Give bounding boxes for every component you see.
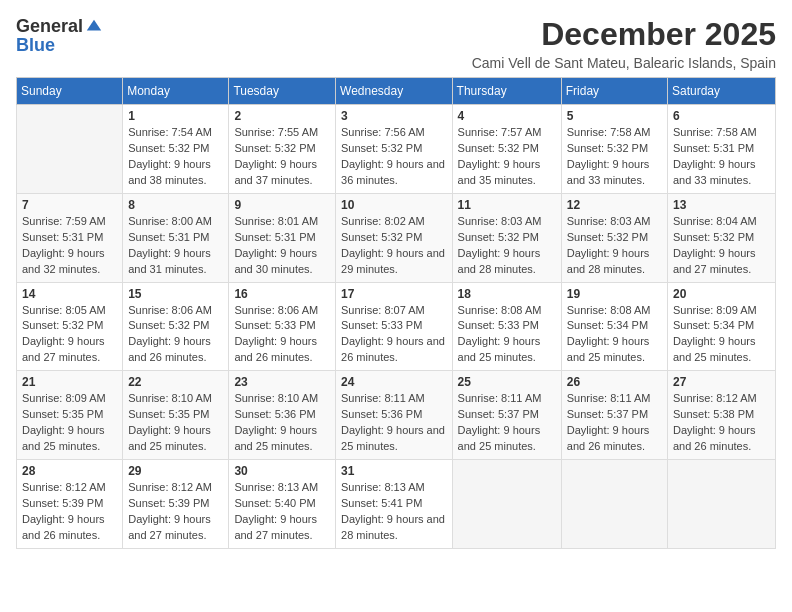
sunrise-text: Sunrise: 8:04 AM	[673, 215, 757, 227]
daylight-text: Daylight: 9 hours and 27 minutes.	[128, 513, 211, 541]
sunset-text: Sunset: 5:31 PM	[22, 231, 103, 243]
calendar-cell: 12Sunrise: 8:03 AMSunset: 5:32 PMDayligh…	[561, 193, 667, 282]
sunrise-text: Sunrise: 8:13 AM	[341, 481, 425, 493]
day-info: Sunrise: 8:02 AMSunset: 5:32 PMDaylight:…	[341, 214, 447, 278]
day-number: 1	[128, 109, 223, 123]
day-info: Sunrise: 8:01 AMSunset: 5:31 PMDaylight:…	[234, 214, 330, 278]
sunrise-text: Sunrise: 8:08 AM	[458, 304, 542, 316]
daylight-text: Daylight: 9 hours and 25 minutes.	[567, 335, 650, 363]
sunset-text: Sunset: 5:40 PM	[234, 497, 315, 509]
day-info: Sunrise: 8:06 AMSunset: 5:32 PMDaylight:…	[128, 303, 223, 367]
day-info: Sunrise: 7:54 AMSunset: 5:32 PMDaylight:…	[128, 125, 223, 189]
calendar-cell: 10Sunrise: 8:02 AMSunset: 5:32 PMDayligh…	[336, 193, 453, 282]
day-number: 8	[128, 198, 223, 212]
calendar-cell	[452, 460, 561, 549]
logo-general: General	[16, 16, 83, 37]
weekday-header: Tuesday	[229, 78, 336, 105]
daylight-text: Daylight: 9 hours and 26 minutes.	[341, 335, 445, 363]
calendar-cell: 25Sunrise: 8:11 AMSunset: 5:37 PMDayligh…	[452, 371, 561, 460]
daylight-text: Daylight: 9 hours and 28 minutes.	[567, 247, 650, 275]
sunset-text: Sunset: 5:39 PM	[22, 497, 103, 509]
day-info: Sunrise: 7:55 AMSunset: 5:32 PMDaylight:…	[234, 125, 330, 189]
sunset-text: Sunset: 5:39 PM	[128, 497, 209, 509]
weekday-header: Friday	[561, 78, 667, 105]
day-info: Sunrise: 8:07 AMSunset: 5:33 PMDaylight:…	[341, 303, 447, 367]
sunset-text: Sunset: 5:32 PM	[458, 142, 539, 154]
sunrise-text: Sunrise: 8:12 AM	[673, 392, 757, 404]
sunset-text: Sunset: 5:35 PM	[128, 408, 209, 420]
daylight-text: Daylight: 9 hours and 26 minutes.	[128, 335, 211, 363]
calendar-cell: 7Sunrise: 7:59 AMSunset: 5:31 PMDaylight…	[17, 193, 123, 282]
day-number: 17	[341, 287, 447, 301]
sunset-text: Sunset: 5:36 PM	[234, 408, 315, 420]
daylight-text: Daylight: 9 hours and 28 minutes.	[458, 247, 541, 275]
sunrise-text: Sunrise: 8:03 AM	[567, 215, 651, 227]
day-info: Sunrise: 7:57 AMSunset: 5:32 PMDaylight:…	[458, 125, 556, 189]
daylight-text: Daylight: 9 hours and 26 minutes.	[234, 335, 317, 363]
sunrise-text: Sunrise: 8:02 AM	[341, 215, 425, 227]
daylight-text: Daylight: 9 hours and 25 minutes.	[458, 335, 541, 363]
calendar-cell: 11Sunrise: 8:03 AMSunset: 5:32 PMDayligh…	[452, 193, 561, 282]
day-info: Sunrise: 8:08 AMSunset: 5:33 PMDaylight:…	[458, 303, 556, 367]
day-number: 27	[673, 375, 770, 389]
day-info: Sunrise: 8:06 AMSunset: 5:33 PMDaylight:…	[234, 303, 330, 367]
sunset-text: Sunset: 5:34 PM	[673, 319, 754, 331]
sunrise-text: Sunrise: 8:11 AM	[458, 392, 542, 404]
day-number: 31	[341, 464, 447, 478]
day-info: Sunrise: 8:12 AMSunset: 5:39 PMDaylight:…	[128, 480, 223, 544]
calendar-cell: 4Sunrise: 7:57 AMSunset: 5:32 PMDaylight…	[452, 105, 561, 194]
daylight-text: Daylight: 9 hours and 25 minutes.	[234, 424, 317, 452]
sunrise-text: Sunrise: 8:10 AM	[234, 392, 318, 404]
daylight-text: Daylight: 9 hours and 25 minutes.	[128, 424, 211, 452]
day-number: 9	[234, 198, 330, 212]
daylight-text: Daylight: 9 hours and 37 minutes.	[234, 158, 317, 186]
day-number: 7	[22, 198, 117, 212]
day-number: 23	[234, 375, 330, 389]
calendar-cell: 26Sunrise: 8:11 AMSunset: 5:37 PMDayligh…	[561, 371, 667, 460]
day-info: Sunrise: 7:56 AMSunset: 5:32 PMDaylight:…	[341, 125, 447, 189]
calendar-cell	[667, 460, 775, 549]
daylight-text: Daylight: 9 hours and 29 minutes.	[341, 247, 445, 275]
day-number: 18	[458, 287, 556, 301]
calendar-cell	[561, 460, 667, 549]
day-number: 5	[567, 109, 662, 123]
calendar-cell: 29Sunrise: 8:12 AMSunset: 5:39 PMDayligh…	[123, 460, 229, 549]
sunrise-text: Sunrise: 8:09 AM	[22, 392, 106, 404]
calendar-cell: 18Sunrise: 8:08 AMSunset: 5:33 PMDayligh…	[452, 282, 561, 371]
calendar-cell: 17Sunrise: 8:07 AMSunset: 5:33 PMDayligh…	[336, 282, 453, 371]
daylight-text: Daylight: 9 hours and 27 minutes.	[22, 335, 105, 363]
day-info: Sunrise: 8:09 AMSunset: 5:35 PMDaylight:…	[22, 391, 117, 455]
day-info: Sunrise: 8:13 AMSunset: 5:40 PMDaylight:…	[234, 480, 330, 544]
svg-marker-0	[87, 19, 101, 30]
day-number: 11	[458, 198, 556, 212]
sunset-text: Sunset: 5:37 PM	[458, 408, 539, 420]
day-number: 15	[128, 287, 223, 301]
day-info: Sunrise: 8:10 AMSunset: 5:35 PMDaylight:…	[128, 391, 223, 455]
title-area: December 2025 Cami Vell de Sant Mateu, B…	[472, 16, 776, 71]
day-number: 28	[22, 464, 117, 478]
sunset-text: Sunset: 5:33 PM	[341, 319, 422, 331]
calendar-cell: 24Sunrise: 8:11 AMSunset: 5:36 PMDayligh…	[336, 371, 453, 460]
day-number: 29	[128, 464, 223, 478]
sunrise-text: Sunrise: 8:13 AM	[234, 481, 318, 493]
daylight-text: Daylight: 9 hours and 25 minutes.	[22, 424, 105, 452]
day-info: Sunrise: 8:03 AMSunset: 5:32 PMDaylight:…	[458, 214, 556, 278]
day-info: Sunrise: 8:11 AMSunset: 5:37 PMDaylight:…	[458, 391, 556, 455]
sunrise-text: Sunrise: 8:11 AM	[567, 392, 651, 404]
daylight-text: Daylight: 9 hours and 30 minutes.	[234, 247, 317, 275]
sunset-text: Sunset: 5:32 PM	[234, 142, 315, 154]
day-info: Sunrise: 8:09 AMSunset: 5:34 PMDaylight:…	[673, 303, 770, 367]
calendar-cell: 3Sunrise: 7:56 AMSunset: 5:32 PMDaylight…	[336, 105, 453, 194]
day-info: Sunrise: 8:10 AMSunset: 5:36 PMDaylight:…	[234, 391, 330, 455]
calendar-week-row: 1Sunrise: 7:54 AMSunset: 5:32 PMDaylight…	[17, 105, 776, 194]
calendar-cell: 16Sunrise: 8:06 AMSunset: 5:33 PMDayligh…	[229, 282, 336, 371]
sunrise-text: Sunrise: 8:03 AM	[458, 215, 542, 227]
sunset-text: Sunset: 5:36 PM	[341, 408, 422, 420]
day-number: 19	[567, 287, 662, 301]
calendar-cell: 31Sunrise: 8:13 AMSunset: 5:41 PMDayligh…	[336, 460, 453, 549]
sunrise-text: Sunrise: 8:05 AM	[22, 304, 106, 316]
calendar-cell: 1Sunrise: 7:54 AMSunset: 5:32 PMDaylight…	[123, 105, 229, 194]
weekday-header: Monday	[123, 78, 229, 105]
calendar-cell: 8Sunrise: 8:00 AMSunset: 5:31 PMDaylight…	[123, 193, 229, 282]
sunset-text: Sunset: 5:32 PM	[567, 142, 648, 154]
